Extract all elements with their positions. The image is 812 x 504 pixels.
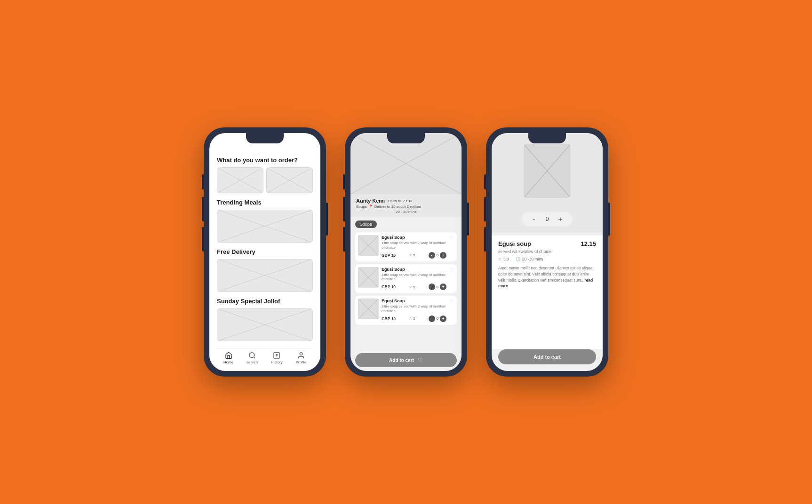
nav-home[interactable]: Home: [223, 352, 233, 364]
phone-detail-screen: - 0 + Egusi soup 12.15 served wit swallo…: [492, 133, 603, 371]
qty-val-3: 0: [437, 316, 438, 321]
detail-meta: ☆ 5.0 🕐 20 -30 mins: [498, 257, 596, 261]
menu-item-1-desc: 1litre soup served with 2 wrap of swallo…: [382, 241, 446, 250]
nav-profile-label: Profile: [295, 360, 306, 364]
detail-add-to-cart-button[interactable]: Add to cart: [498, 349, 596, 364]
detail-qty-row: - 0 +: [492, 208, 603, 233]
star-icon-2: ☆: [409, 285, 412, 289]
menu-item-2-image: [358, 267, 379, 288]
restaurant-status: Open till 23:00: [388, 199, 412, 203]
nav-search-label: search: [247, 360, 258, 364]
nav-history-label: History: [271, 360, 283, 364]
menu-item-3-image: [358, 299, 379, 319]
detail-rating: ☆ 5.0: [498, 257, 509, 261]
add-to-cart-label: Add to cart: [389, 358, 414, 363]
location-icon: 📍: [368, 205, 373, 209]
star-icon-3: ☆: [409, 316, 412, 321]
detail-item-price: 12.15: [581, 240, 596, 247]
category-soups[interactable]: Soups: [355, 220, 377, 228]
detail-qty-control[interactable]: - 0 +: [522, 212, 573, 226]
menu-item-1-details: Egusi Soup 1litre soup served with 2 wra…: [382, 235, 446, 259]
heart-icon-3[interactable]: ♡: [449, 299, 454, 305]
menu-item-2-price: GBP 10: [382, 284, 396, 289]
section-trending: Trending Meals: [217, 199, 313, 248]
qty-plus-2[interactable]: +: [440, 284, 446, 290]
order-grid: [217, 167, 313, 193]
qty-control-3[interactable]: - 0 +: [429, 315, 446, 322]
add-to-cart-bar[interactable]: Add to cart ♡: [355, 353, 457, 367]
detail-add-to-cart-label: Add to cart: [533, 354, 561, 360]
menu-item-1[interactable]: Egusi Soup 1litre soup served with 2 wra…: [355, 232, 457, 261]
qty-val-1: 0: [437, 253, 438, 257]
phone-home-screen: What do you want to order? Trending Meal…: [209, 133, 320, 371]
menu-list: Egusi Soup 1litre soup served with 2 wra…: [350, 230, 462, 351]
star-icon-detail: ☆: [498, 257, 502, 261]
detail-hero-image: [524, 144, 571, 198]
category-tabs: Soups: [350, 217, 462, 230]
heart-icon-2[interactable]: ♡: [449, 267, 454, 273]
clock-icon: 🕐: [516, 257, 521, 261]
qty-val-2: 0: [437, 285, 438, 289]
delivery-placeholder: [217, 259, 313, 292]
detail-item-subtitle: served wit swallow of choice: [498, 249, 596, 254]
qty-minus-3[interactable]: -: [429, 315, 435, 322]
menu-item-3-price: GBP 10: [382, 316, 396, 321]
detail-qty-minus[interactable]: -: [529, 214, 539, 224]
section-order-title: What do you want to order?: [217, 157, 313, 164]
section-jollof-title: Sunday Special Jollof: [217, 298, 313, 305]
detail-delivery-time: 🕐 20 -30 mins: [516, 257, 543, 261]
restaurant-info: Aunty Kemi Open till 23:00 Soups 📍 Deliv…: [350, 194, 462, 217]
phone-restaurant: Aunty Kemi Open till 23:00 Soups 📍 Deliv…: [345, 127, 467, 377]
jollof-placeholder: [217, 308, 313, 341]
menu-item-3[interactable]: Egusi Soup 1litre soup served with 2 wra…: [355, 296, 457, 325]
phone-detail: - 0 + Egusi soup 12.15 served wit swallo…: [486, 127, 608, 377]
trending-placeholder: [217, 210, 313, 243]
nav-history[interactable]: History: [271, 352, 283, 364]
menu-item-1-name: Egusi Soup: [382, 235, 446, 240]
detail-info: Egusi soup 12.15 served wit swallow of c…: [492, 236, 603, 349]
add-to-cart-heart-icon: ♡: [418, 357, 423, 363]
detail-item-name: Egusi soup: [498, 240, 531, 247]
delivery-time: 20 - 30 mins: [356, 210, 456, 214]
phone-restaurant-screen: Aunty Kemi Open till 23:00 Soups 📍 Deliv…: [350, 133, 462, 371]
svg-line-16: [254, 357, 255, 358]
restaurant-name: Aunty Kemi: [356, 198, 385, 204]
menu-item-1-price: GBP 10: [382, 253, 396, 258]
section-delivery-title: Free Delivery: [217, 248, 313, 255]
phones-container: What do you want to order? Trending Meal…: [204, 127, 608, 377]
section-order: What do you want to order?: [217, 157, 313, 199]
svg-point-15: [249, 353, 255, 358]
detail-qty-plus[interactable]: +: [556, 214, 565, 224]
heart-icon-1[interactable]: ♡: [449, 235, 454, 241]
qty-plus-1[interactable]: +: [440, 252, 446, 259]
phone-home: What do you want to order? Trending Meal…: [204, 127, 326, 377]
restaurant-category: Soups: [356, 205, 367, 209]
qty-control-2[interactable]: - 0 +: [429, 284, 446, 290]
menu-item-1-rating: ☆ 5: [409, 253, 415, 257]
qty-plus-3[interactable]: +: [440, 315, 446, 322]
section-jollof: Sunday Special Jollof: [217, 298, 313, 347]
section-delivery: Free Delivery: [217, 248, 313, 298]
qty-control-1[interactable]: - 0 +: [429, 252, 446, 259]
menu-item-2-name: Egusi Soup: [382, 267, 446, 272]
menu-item-1-image: [358, 235, 379, 256]
section-trending-title: Trending Meals: [217, 199, 313, 206]
menu-item-3-name: Egusi Soup: [382, 299, 446, 303]
detail-hero: [492, 133, 603, 208]
qty-minus-2[interactable]: -: [429, 284, 435, 290]
menu-item-3-details: Egusi Soup 1litre soup served with 2 wra…: [382, 299, 446, 322]
menu-item-3-rating: ☆ 5: [409, 316, 415, 321]
placeholder-image-1: [217, 167, 263, 193]
nav-profile[interactable]: Profile: [295, 352, 306, 364]
bottom-nav: Home search History: [217, 348, 313, 366]
menu-item-2-details: Egusi Soup 1litre soup served with 2 wra…: [382, 267, 446, 291]
detail-qty-val: 0: [543, 216, 551, 222]
menu-item-2[interactable]: Egusi Soup 1litre soup served with 2 wra…: [355, 264, 457, 293]
placeholder-image-2: [266, 167, 313, 193]
star-icon: ☆: [409, 253, 412, 257]
qty-minus-1[interactable]: -: [429, 252, 435, 259]
menu-item-3-desc: 1litre soup served with 2 wrap of swallo…: [382, 304, 446, 314]
nav-search[interactable]: search: [247, 352, 258, 364]
restaurant-hero: [350, 133, 462, 194]
nav-home-label: Home: [223, 360, 233, 364]
